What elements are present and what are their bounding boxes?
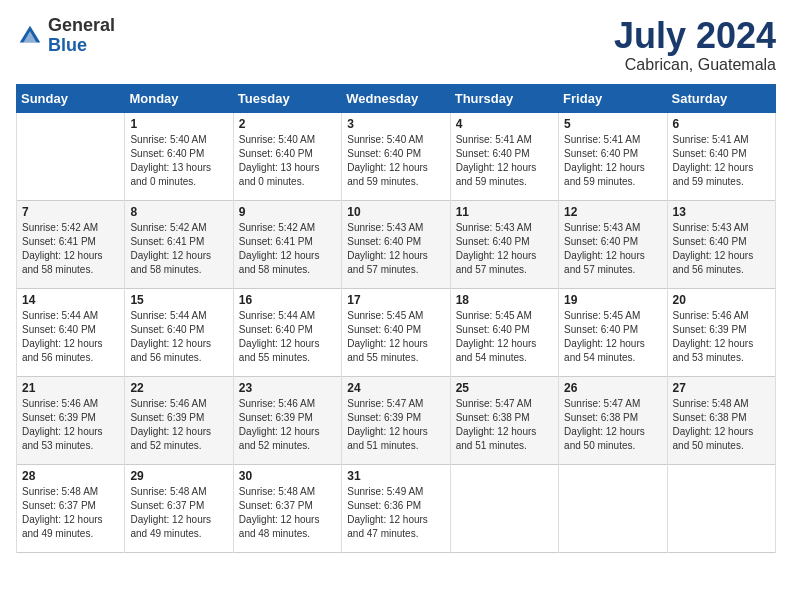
day-number: 23 (239, 381, 336, 395)
day-info: Sunrise: 5:44 AMSunset: 6:40 PMDaylight:… (239, 309, 336, 365)
day-number: 24 (347, 381, 444, 395)
logo-text: General Blue (48, 16, 115, 56)
calendar-cell: 13Sunrise: 5:43 AMSunset: 6:40 PMDayligh… (667, 200, 775, 288)
day-info: Sunrise: 5:41 AMSunset: 6:40 PMDaylight:… (564, 133, 661, 189)
calendar-cell: 16Sunrise: 5:44 AMSunset: 6:40 PMDayligh… (233, 288, 341, 376)
calendar-week-row: 14Sunrise: 5:44 AMSunset: 6:40 PMDayligh… (17, 288, 776, 376)
day-info: Sunrise: 5:47 AMSunset: 6:39 PMDaylight:… (347, 397, 444, 453)
calendar-week-row: 28Sunrise: 5:48 AMSunset: 6:37 PMDayligh… (17, 464, 776, 552)
day-number: 3 (347, 117, 444, 131)
weekday-header-row: SundayMondayTuesdayWednesdayThursdayFrid… (17, 84, 776, 112)
weekday-header: Thursday (450, 84, 558, 112)
day-info: Sunrise: 5:40 AMSunset: 6:40 PMDaylight:… (347, 133, 444, 189)
day-info: Sunrise: 5:42 AMSunset: 6:41 PMDaylight:… (130, 221, 227, 277)
day-info: Sunrise: 5:43 AMSunset: 6:40 PMDaylight:… (347, 221, 444, 277)
weekday-header: Tuesday (233, 84, 341, 112)
calendar-cell: 3Sunrise: 5:40 AMSunset: 6:40 PMDaylight… (342, 112, 450, 200)
calendar-cell (450, 464, 558, 552)
day-number: 16 (239, 293, 336, 307)
calendar-cell: 30Sunrise: 5:48 AMSunset: 6:37 PMDayligh… (233, 464, 341, 552)
calendar-cell (17, 112, 125, 200)
day-info: Sunrise: 5:48 AMSunset: 6:38 PMDaylight:… (673, 397, 770, 453)
calendar-cell: 1Sunrise: 5:40 AMSunset: 6:40 PMDaylight… (125, 112, 233, 200)
day-info: Sunrise: 5:43 AMSunset: 6:40 PMDaylight:… (564, 221, 661, 277)
calendar-cell: 11Sunrise: 5:43 AMSunset: 6:40 PMDayligh… (450, 200, 558, 288)
day-number: 14 (22, 293, 119, 307)
calendar-cell: 10Sunrise: 5:43 AMSunset: 6:40 PMDayligh… (342, 200, 450, 288)
day-number: 31 (347, 469, 444, 483)
calendar-cell: 20Sunrise: 5:46 AMSunset: 6:39 PMDayligh… (667, 288, 775, 376)
month-year: July 2024 (614, 16, 776, 56)
calendar-cell: 28Sunrise: 5:48 AMSunset: 6:37 PMDayligh… (17, 464, 125, 552)
day-number: 7 (22, 205, 119, 219)
logo-general: General (48, 15, 115, 35)
day-info: Sunrise: 5:44 AMSunset: 6:40 PMDaylight:… (130, 309, 227, 365)
calendar-cell: 6Sunrise: 5:41 AMSunset: 6:40 PMDaylight… (667, 112, 775, 200)
calendar-cell: 7Sunrise: 5:42 AMSunset: 6:41 PMDaylight… (17, 200, 125, 288)
weekday-header: Monday (125, 84, 233, 112)
day-info: Sunrise: 5:48 AMSunset: 6:37 PMDaylight:… (22, 485, 119, 541)
day-number: 27 (673, 381, 770, 395)
day-number: 11 (456, 205, 553, 219)
day-info: Sunrise: 5:46 AMSunset: 6:39 PMDaylight:… (130, 397, 227, 453)
calendar-week-row: 1Sunrise: 5:40 AMSunset: 6:40 PMDaylight… (17, 112, 776, 200)
calendar-cell (667, 464, 775, 552)
day-info: Sunrise: 5:45 AMSunset: 6:40 PMDaylight:… (347, 309, 444, 365)
day-info: Sunrise: 5:44 AMSunset: 6:40 PMDaylight:… (22, 309, 119, 365)
day-number: 22 (130, 381, 227, 395)
day-info: Sunrise: 5:41 AMSunset: 6:40 PMDaylight:… (456, 133, 553, 189)
day-info: Sunrise: 5:42 AMSunset: 6:41 PMDaylight:… (22, 221, 119, 277)
day-info: Sunrise: 5:43 AMSunset: 6:40 PMDaylight:… (456, 221, 553, 277)
calendar-week-row: 21Sunrise: 5:46 AMSunset: 6:39 PMDayligh… (17, 376, 776, 464)
day-info: Sunrise: 5:47 AMSunset: 6:38 PMDaylight:… (456, 397, 553, 453)
calendar-cell: 15Sunrise: 5:44 AMSunset: 6:40 PMDayligh… (125, 288, 233, 376)
day-number: 9 (239, 205, 336, 219)
weekday-header: Saturday (667, 84, 775, 112)
calendar-cell: 9Sunrise: 5:42 AMSunset: 6:41 PMDaylight… (233, 200, 341, 288)
day-number: 1 (130, 117, 227, 131)
calendar-cell: 24Sunrise: 5:47 AMSunset: 6:39 PMDayligh… (342, 376, 450, 464)
day-number: 6 (673, 117, 770, 131)
calendar-cell (559, 464, 667, 552)
calendar-cell: 21Sunrise: 5:46 AMSunset: 6:39 PMDayligh… (17, 376, 125, 464)
calendar-cell: 8Sunrise: 5:42 AMSunset: 6:41 PMDaylight… (125, 200, 233, 288)
day-info: Sunrise: 5:46 AMSunset: 6:39 PMDaylight:… (239, 397, 336, 453)
day-info: Sunrise: 5:40 AMSunset: 6:40 PMDaylight:… (239, 133, 336, 189)
page-header: General Blue July 2024 Cabrican, Guatema… (16, 16, 776, 74)
day-info: Sunrise: 5:49 AMSunset: 6:36 PMDaylight:… (347, 485, 444, 541)
calendar-cell: 17Sunrise: 5:45 AMSunset: 6:40 PMDayligh… (342, 288, 450, 376)
calendar-cell: 23Sunrise: 5:46 AMSunset: 6:39 PMDayligh… (233, 376, 341, 464)
calendar-cell: 22Sunrise: 5:46 AMSunset: 6:39 PMDayligh… (125, 376, 233, 464)
day-info: Sunrise: 5:48 AMSunset: 6:37 PMDaylight:… (239, 485, 336, 541)
day-number: 20 (673, 293, 770, 307)
calendar-cell: 14Sunrise: 5:44 AMSunset: 6:40 PMDayligh… (17, 288, 125, 376)
day-number: 13 (673, 205, 770, 219)
day-info: Sunrise: 5:48 AMSunset: 6:37 PMDaylight:… (130, 485, 227, 541)
day-number: 18 (456, 293, 553, 307)
logo-icon (16, 22, 44, 50)
day-number: 12 (564, 205, 661, 219)
day-info: Sunrise: 5:45 AMSunset: 6:40 PMDaylight:… (564, 309, 661, 365)
day-number: 25 (456, 381, 553, 395)
day-number: 21 (22, 381, 119, 395)
calendar-cell: 19Sunrise: 5:45 AMSunset: 6:40 PMDayligh… (559, 288, 667, 376)
logo: General Blue (16, 16, 115, 56)
logo-blue: Blue (48, 35, 87, 55)
calendar-cell: 26Sunrise: 5:47 AMSunset: 6:38 PMDayligh… (559, 376, 667, 464)
day-info: Sunrise: 5:42 AMSunset: 6:41 PMDaylight:… (239, 221, 336, 277)
day-number: 29 (130, 469, 227, 483)
day-info: Sunrise: 5:46 AMSunset: 6:39 PMDaylight:… (22, 397, 119, 453)
day-number: 26 (564, 381, 661, 395)
day-number: 8 (130, 205, 227, 219)
calendar-cell: 2Sunrise: 5:40 AMSunset: 6:40 PMDaylight… (233, 112, 341, 200)
day-info: Sunrise: 5:47 AMSunset: 6:38 PMDaylight:… (564, 397, 661, 453)
calendar-table: SundayMondayTuesdayWednesdayThursdayFrid… (16, 84, 776, 553)
calendar-week-row: 7Sunrise: 5:42 AMSunset: 6:41 PMDaylight… (17, 200, 776, 288)
calendar-cell: 4Sunrise: 5:41 AMSunset: 6:40 PMDaylight… (450, 112, 558, 200)
calendar-cell: 25Sunrise: 5:47 AMSunset: 6:38 PMDayligh… (450, 376, 558, 464)
day-number: 2 (239, 117, 336, 131)
calendar-cell: 29Sunrise: 5:48 AMSunset: 6:37 PMDayligh… (125, 464, 233, 552)
day-info: Sunrise: 5:45 AMSunset: 6:40 PMDaylight:… (456, 309, 553, 365)
day-number: 28 (22, 469, 119, 483)
title-block: July 2024 Cabrican, Guatemala (614, 16, 776, 74)
